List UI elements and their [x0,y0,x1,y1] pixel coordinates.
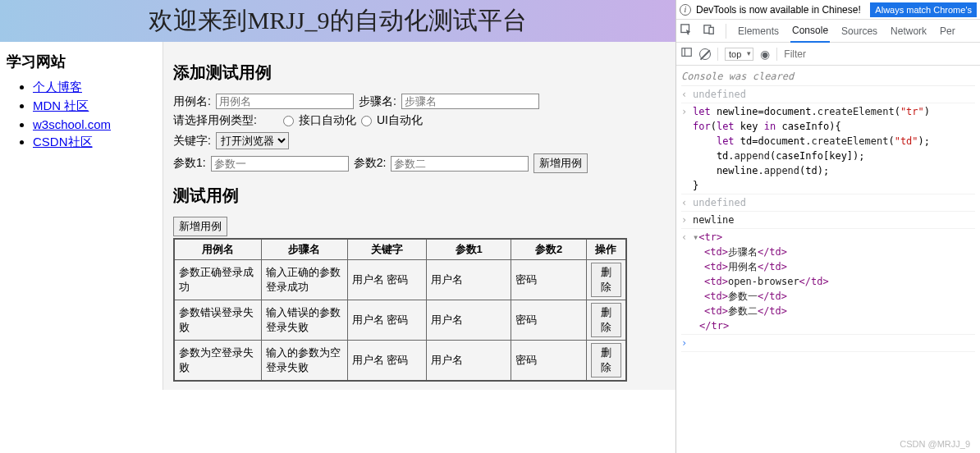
table-cell: 密码 [511,341,586,382]
tab-elements[interactable]: Elements [736,21,781,42]
tr-element-output[interactable]: ▾<tr> <td>步骤名</td><td>用例名</td><td>open-b… [693,230,829,333]
table-cell: 用户名 [426,341,511,382]
keyword-label: 关键字: [173,134,211,149]
keyword-select[interactable]: 打开浏览器 [216,132,289,149]
table-row: 参数错误登录失败输入错误的参数登录失败用户名 密码用户名密码删除 [174,300,626,341]
th-keyword: 关键字 [347,239,426,260]
sidebar-list: 个人博客 MDN 社区 w3school.com CSDN社区 [0,80,163,150]
table-add-button[interactable]: 新增用例 [173,217,227,236]
console-toolbar: top ◉ [676,43,980,66]
table-cell: 用户名 [426,260,511,300]
devtools-banner: i DevTools is now available in Chinese! … [676,0,980,20]
th-name: 用例名 [174,239,262,260]
table-cell: 用户名 [426,300,511,341]
output-arrow-icon: ‹ [681,230,689,333]
prompt-arrow-icon[interactable]: › [681,336,689,350]
th-step: 步骤名 [262,239,348,260]
td-element[interactable]: <td>步骤名</td> [704,245,829,259]
table-cell: 输入的参数为空登录失败 [262,341,348,382]
type-label: 请选择用例类型: [173,113,257,128]
tab-performance[interactable]: Per [938,21,957,42]
clear-console-icon[interactable] [699,48,711,60]
param2-input[interactable] [391,156,529,172]
info-icon: i [680,4,691,16]
device-icon[interactable] [703,24,716,38]
banner-text: DevTools is now available in Chinese! [696,4,861,16]
type-option-ui[interactable]: UI自动化 [377,113,423,128]
tab-sources[interactable]: Sources [840,21,879,42]
param1-input[interactable] [211,156,349,172]
tab-network[interactable]: Network [889,21,928,42]
sidebar-heading: 学习网站 [0,52,163,71]
td-element[interactable]: <td>open-browser</td> [704,274,829,289]
table-cell: 参数正确登录成功 [174,260,262,300]
type-radio-ui[interactable] [361,116,372,126]
output-arrow-icon: ‹ [681,195,689,210]
context-selector[interactable]: top [725,48,753,61]
sidebar-link-csdn[interactable]: CSDN社区 [33,135,93,149]
th-param2: 参数2 [511,239,586,260]
sidebar-link-blog[interactable]: 个人博客 [33,80,82,94]
undefined-output: undefined [693,87,746,102]
delete-button[interactable]: 删除 [591,263,621,297]
table-row: 参数正确登录成功输入正确的参数登录成功用户名 密码用户名密码删除 [174,260,626,300]
svg-rect-3 [682,48,691,57]
sidebar: 学习网站 个人博客 MDN 社区 w3school.com CSDN社区 [0,42,163,390]
sidebar-link-mdn[interactable]: MDN 社区 [33,98,89,112]
td-element[interactable]: <td>用例名</td> [704,259,829,274]
tab-console[interactable]: Console [790,20,830,43]
td-element[interactable]: <td>参数一</td> [704,289,829,304]
input-arrow-icon: › [681,104,689,193]
main-content: 添加测试用例 用例名: 步骤名: 请选择用例类型: 接口自动化 UI自动化 关键… [163,42,675,390]
devtools-tabs: Elements Console Sources Network Per [676,20,980,43]
add-case-button[interactable]: 新增用例 [534,153,588,173]
table-cell: 参数为空登录失败 [174,341,262,382]
console-cleared-msg: Console was cleared [681,67,975,86]
input-arrow-icon: › [681,213,689,227]
table-cell: 用户名 密码 [347,300,426,341]
undefined-output: undefined [693,195,746,210]
table-cell: 输入正确的参数登录成功 [262,260,348,300]
test-cases-table: 用例名 步骤名 关键字 参数1 参数2 操作 参数正确登录成功输入正确的参数登录… [173,238,627,382]
page-title: 欢迎来到MRJJ_9的自动化测试平台 [149,7,526,34]
filter-input[interactable] [784,48,882,60]
case-name-input[interactable] [216,94,354,109]
step-name-input[interactable] [401,94,539,109]
table-cell: 参数错误登录失败 [174,300,262,341]
td-element[interactable]: <td>参数二</td> [704,304,829,318]
th-action: 操作 [586,239,626,260]
console-output: Console was cleared ‹undefined ›let newl… [676,66,980,354]
watermark: CSDN @MRJJ_9 [900,439,970,449]
table-cell: 输入错误的参数登录失败 [262,300,348,341]
output-arrow-icon: ‹ [681,87,689,102]
newline-var[interactable]: newline [693,213,735,227]
svg-rect-2 [709,27,713,34]
delete-button[interactable]: 删除 [591,303,621,337]
table-cell: 用户名 密码 [347,341,426,382]
sidebar-toggle-icon[interactable] [681,47,693,61]
type-option-api[interactable]: 接口自动化 [299,113,356,128]
delete-button[interactable]: 删除 [591,343,621,378]
param2-label: 参数2: [354,156,387,171]
step-name-label: 步骤名: [359,94,396,109]
add-case-heading: 添加测试用例 [173,62,666,84]
test-cases-heading: 测试用例 [173,185,666,207]
table-cell: 密码 [511,260,586,300]
console-code-input[interactable]: let newline=document.createElement("tr")… [693,104,930,193]
sidebar-link-w3school[interactable]: w3school.com [33,117,111,131]
inspect-icon[interactable] [680,24,693,38]
banner-button[interactable]: Always match Chrome's [870,2,977,17]
param1-label: 参数1: [173,156,206,171]
page-header: 欢迎来到MRJJ_9的自动化测试平台 [0,0,675,42]
table-row: 参数为空登录失败输入的参数为空登录失败用户名 密码用户名密码删除 [174,341,626,382]
case-name-label: 用例名: [173,94,211,109]
table-cell: 用户名 密码 [347,260,426,300]
th-param1: 参数1 [426,239,511,260]
devtools-panel: i DevTools is now available in Chinese! … [675,0,980,453]
table-cell: 密码 [511,300,586,341]
type-radio-api[interactable] [283,116,294,126]
live-expression-icon[interactable]: ◉ [760,48,770,61]
